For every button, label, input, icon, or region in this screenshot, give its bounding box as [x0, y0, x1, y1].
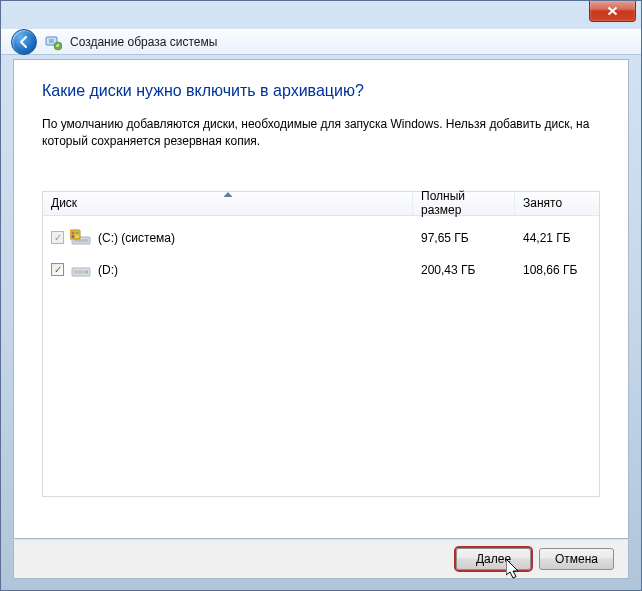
- table-header: Диск Полный размер Занято: [43, 192, 599, 216]
- include-checkbox: ✓: [51, 231, 64, 244]
- button-label: Отмена: [555, 552, 598, 566]
- close-button[interactable]: [589, 1, 636, 22]
- table-body: ✓: [43, 216, 599, 286]
- drive-total: 200,43 ГБ: [413, 263, 515, 277]
- column-label: Занято: [523, 196, 562, 210]
- drive-total: 97,65 ГБ: [413, 231, 515, 245]
- header-bar: Создание образа системы: [1, 29, 641, 55]
- wizard-window: Создание образа системы Какие диски нужн…: [0, 0, 642, 591]
- column-label: Диск: [51, 196, 77, 210]
- next-button[interactable]: Далее: [456, 548, 531, 570]
- column-label: Полный размер: [421, 189, 506, 217]
- svg-rect-11: [74, 270, 88, 274]
- table-row[interactable]: ✓: [43, 222, 599, 254]
- column-header-total[interactable]: Полный размер: [413, 192, 515, 215]
- drive-used: 108,66 ГБ: [515, 263, 599, 277]
- include-checkbox[interactable]: ✓: [51, 263, 64, 276]
- titlebar: [1, 1, 641, 29]
- svg-rect-8: [72, 235, 75, 238]
- content-area: Какие диски нужно включить в архивацию? …: [13, 59, 629, 539]
- drive-icon: [70, 261, 92, 279]
- button-label: Далее: [476, 552, 511, 566]
- header-title: Создание образа системы: [70, 35, 217, 49]
- drive-label: (C:) (система): [98, 231, 175, 245]
- sort-ascending-icon: [223, 192, 232, 197]
- drive-label: (D:): [98, 263, 118, 277]
- svg-rect-9: [76, 235, 79, 238]
- svg-rect-1: [49, 39, 54, 43]
- page-description: По умолчанию добавляются диски, необходи…: [42, 116, 600, 151]
- disk-table: Диск Полный размер Занято: [42, 191, 600, 497]
- svg-rect-7: [76, 231, 79, 234]
- svg-rect-6: [72, 231, 75, 234]
- page-heading: Какие диски нужно включить в архивацию?: [42, 82, 600, 100]
- drive-used: 44,21 ГБ: [515, 231, 599, 245]
- svg-point-12: [86, 271, 88, 273]
- back-arrow-icon: [17, 35, 31, 49]
- column-header-used[interactable]: Занято: [515, 192, 599, 215]
- table-row[interactable]: ✓ (D:) 200,43 ГБ 108,66 ГБ: [43, 254, 599, 286]
- system-image-icon: [45, 34, 62, 51]
- system-drive-icon: [70, 229, 92, 247]
- cancel-button[interactable]: Отмена: [539, 548, 614, 570]
- close-icon: [607, 6, 618, 16]
- back-button[interactable]: [11, 29, 37, 55]
- footer-bar: Далее Отмена: [13, 539, 629, 579]
- column-header-disk[interactable]: Диск: [43, 192, 413, 215]
